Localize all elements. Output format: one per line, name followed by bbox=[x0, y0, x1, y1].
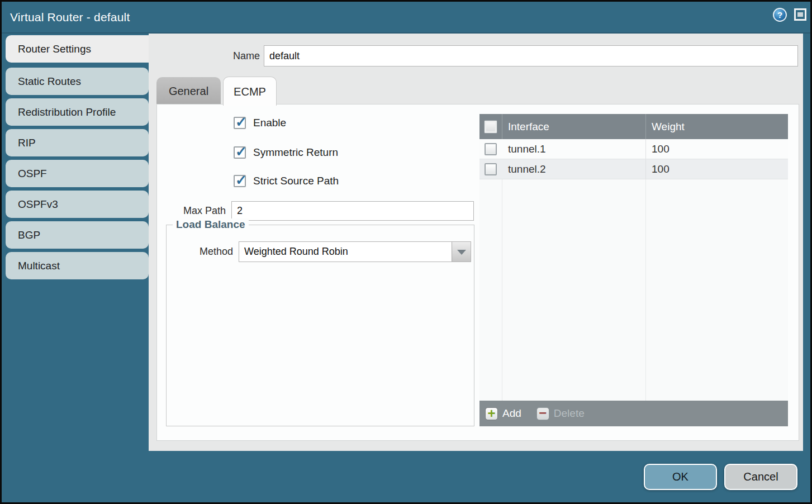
virtual-router-dialog: Virtual Router - default ? Router Settin… bbox=[0, 0, 812, 504]
row-checkbox[interactable] bbox=[485, 143, 497, 155]
strict-source-path-checkbox[interactable]: ✓ bbox=[234, 175, 246, 187]
strict-source-path-label: Strict Source Path bbox=[253, 175, 339, 187]
delete-minus-icon: − bbox=[536, 407, 549, 420]
dialog-title: Virtual Router - default bbox=[10, 2, 130, 32]
sidebar-item-router-settings[interactable]: Router Settings bbox=[6, 35, 151, 63]
symmetric-return-row: ✓ Symmetric Return bbox=[234, 146, 338, 159]
tab-general[interactable]: General bbox=[156, 77, 221, 104]
weight-cell: 100 bbox=[645, 139, 788, 159]
name-input[interactable] bbox=[264, 45, 798, 66]
chevron-down-icon bbox=[457, 250, 466, 255]
sidebar-item-multicast[interactable]: Multicast bbox=[6, 252, 149, 279]
window-restore-icon[interactable] bbox=[794, 8, 806, 21]
max-path-input[interactable] bbox=[231, 201, 474, 221]
sidebar-item-ospfv3[interactable]: OSPFv3 bbox=[6, 191, 149, 218]
check-icon: ✓ bbox=[235, 144, 247, 160]
method-dropdown-button[interactable] bbox=[452, 242, 471, 261]
ecmp-interface-table: Interface Weight tunnel.1 100 tunnel.2 1… bbox=[479, 114, 788, 426]
row-checkbox[interactable] bbox=[485, 163, 497, 175]
delete-button[interactable]: − Delete bbox=[536, 407, 585, 420]
max-path-label: Max Path bbox=[168, 201, 226, 221]
add-plus-icon: + bbox=[485, 407, 498, 420]
delete-button-label: Delete bbox=[554, 407, 585, 420]
row-checkbox-cell bbox=[479, 159, 502, 179]
add-button-label: Add bbox=[502, 407, 521, 420]
interface-column-header: Interface bbox=[502, 114, 645, 139]
check-icon: ✓ bbox=[235, 114, 247, 130]
enable-label: Enable bbox=[253, 117, 286, 129]
weight-cell: 100 bbox=[645, 159, 788, 179]
symmetric-return-checkbox[interactable]: ✓ bbox=[234, 146, 246, 159]
tab-ecmp[interactable]: ECMP bbox=[223, 77, 277, 106]
name-label: Name bbox=[207, 45, 260, 66]
column-divider bbox=[502, 179, 502, 401]
header-checkbox-cell bbox=[479, 114, 502, 139]
ok-button[interactable]: OK bbox=[644, 464, 717, 490]
sidebar-item-ospf[interactable]: OSPF bbox=[6, 160, 149, 187]
interface-cell: tunnel.2 bbox=[502, 159, 645, 179]
sidebar-item-redistribution-profile[interactable]: Redistribution Profile bbox=[6, 98, 149, 126]
select-all-checkbox[interactable] bbox=[484, 120, 497, 134]
sidebar-item-rip[interactable]: RIP bbox=[6, 129, 149, 156]
table-row[interactable]: tunnel.2 100 bbox=[479, 159, 788, 179]
cancel-button[interactable]: Cancel bbox=[724, 464, 797, 490]
add-button[interactable]: + Add bbox=[485, 407, 521, 420]
enable-row: ✓ Enable bbox=[234, 117, 286, 129]
weight-column-header: Weight bbox=[645, 114, 788, 139]
sidebar-item-bgp[interactable]: BGP bbox=[6, 221, 149, 249]
load-balance-fieldset: Load Balance Method Weighted Round Robin bbox=[166, 225, 474, 426]
method-label: Method bbox=[191, 241, 233, 262]
interface-cell: tunnel.1 bbox=[502, 139, 645, 159]
table-row[interactable]: tunnel.1 100 bbox=[479, 139, 788, 159]
row-checkbox-cell bbox=[479, 139, 502, 159]
symmetric-return-label: Symmetric Return bbox=[253, 146, 338, 159]
column-divider bbox=[645, 179, 646, 401]
enable-checkbox[interactable]: ✓ bbox=[234, 117, 246, 129]
help-icon[interactable]: ? bbox=[773, 8, 787, 22]
check-icon: ✓ bbox=[235, 172, 247, 188]
strict-source-path-row: ✓ Strict Source Path bbox=[234, 175, 339, 187]
sidebar-item-static-routes[interactable]: Static Routes bbox=[6, 68, 149, 95]
table-header: Interface Weight bbox=[479, 114, 788, 139]
load-balance-legend: Load Balance bbox=[173, 218, 249, 231]
dialog-titlebar: Virtual Router - default ? bbox=[2, 2, 810, 34]
table-empty-area bbox=[479, 179, 788, 401]
method-select[interactable]: Weighted Round Robin bbox=[239, 241, 471, 262]
table-toolbar: + Add − Delete bbox=[479, 401, 788, 426]
method-selected-value: Weighted Round Robin bbox=[244, 242, 348, 261]
